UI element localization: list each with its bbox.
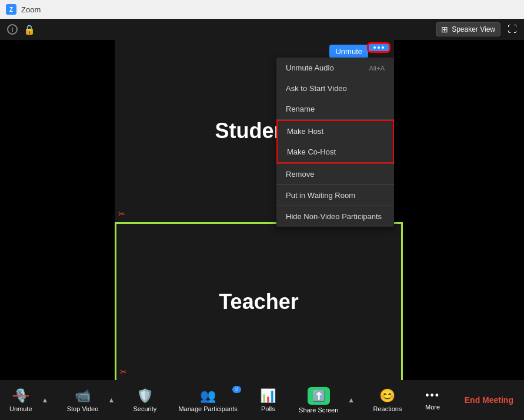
stop-video-button[interactable]: 📹 Stop Video xyxy=(61,385,105,416)
reactions-label: Reactions xyxy=(373,405,402,412)
more-button[interactable]: ••• More xyxy=(418,386,448,414)
share-screen-group: ⬆️ Share Screen ▲ xyxy=(293,384,357,417)
toolbar: 🎙️ Unmute ▲ 📹 Stop Video ▲ 🛡️ Security 👥… xyxy=(0,380,524,420)
teacher-label: Teacher xyxy=(219,290,298,314)
menu-make-host-label: Make Host xyxy=(287,127,323,136)
lock-icon: 🔒 xyxy=(24,24,35,35)
unmute-caret-button[interactable]: ▲ xyxy=(39,396,51,404)
security-button[interactable]: 🛡️ Security xyxy=(128,385,163,416)
left-panel xyxy=(0,40,115,382)
security-label: Security xyxy=(133,405,157,412)
reactions-icon: 😊 xyxy=(379,388,395,404)
dot3 xyxy=(382,46,384,49)
dot2 xyxy=(378,46,380,49)
fullscreen-icon[interactable]: ⛶ xyxy=(508,24,517,35)
top-bar-right: ⊞ Speaker View ⛶ xyxy=(436,22,517,36)
unmute-group: 🎙️ Unmute ▲ xyxy=(4,385,51,416)
manage-participants-button[interactable]: 👥 Manage Participants 2 xyxy=(172,385,243,416)
menu-put-waiting-room-label: Put in Waiting Room xyxy=(286,191,355,200)
teacher-tile: Teacher ✂ xyxy=(115,222,403,382)
menu-unmute-audio-shortcut: Alt+A xyxy=(369,65,385,72)
participants-icon: 👥 xyxy=(200,388,216,404)
stop-video-group: 📹 Stop Video ▲ xyxy=(61,385,118,416)
speaker-view-icon: ⊞ xyxy=(441,25,448,34)
menu-ask-start-video[interactable]: Ask to Start Video xyxy=(276,78,394,99)
participant-count-badge: 2 xyxy=(232,386,241,393)
more-icon: ••• xyxy=(425,389,440,402)
menu-remove-label: Remove xyxy=(286,170,314,179)
polls-button[interactable]: 📊 Polls xyxy=(253,385,283,416)
unmute-button[interactable]: Unmute xyxy=(329,45,368,58)
more-label: More xyxy=(425,404,440,411)
dot1 xyxy=(373,46,376,49)
menu-make-co-host-label: Make Co-Host xyxy=(287,147,336,156)
manage-participants-label: Manage Participants xyxy=(178,405,237,412)
menu-unmute-audio-label: Unmute Audio xyxy=(286,63,334,72)
main-area: Student Unmute ✂ Unmute Audio Alt+A Ask … xyxy=(0,40,524,420)
stop-video-caret-button[interactable]: ▲ xyxy=(105,396,117,404)
polls-label: Polls xyxy=(261,405,275,412)
teacher-mic-icon: ✂ xyxy=(120,367,127,377)
menu-rename[interactable]: Rename xyxy=(276,99,394,119)
unmute-caret-icon: ▲ xyxy=(42,396,49,404)
menu-rename-label: Rename xyxy=(286,105,315,113)
top-bar: i 🔒 ⊞ Speaker View ⛶ xyxy=(0,19,524,40)
info-icon[interactable]: i xyxy=(7,24,18,35)
stop-video-caret-icon: ▲ xyxy=(108,396,115,404)
menu-make-co-host[interactable]: Make Co-Host xyxy=(278,142,393,162)
end-meeting-button[interactable]: End Meeting xyxy=(458,392,520,408)
right-panel xyxy=(409,40,524,382)
speaker-view-button[interactable]: ⊞ Speaker View xyxy=(436,22,500,36)
menu-remove[interactable]: Remove xyxy=(276,164,394,184)
title-bar: Z Zoom xyxy=(0,0,524,19)
share-screen-caret-icon: ▲ xyxy=(348,396,355,404)
app-title: Zoom xyxy=(21,5,41,14)
app-icon: Z xyxy=(6,4,16,15)
student-tile: Student Unmute ✂ Unmute Audio Alt+A Ask … xyxy=(115,40,394,222)
menu-hide-non-video-label: Hide Non-Video Participants xyxy=(286,212,382,221)
share-screen-button[interactable]: ⬆️ Share Screen xyxy=(293,384,344,417)
speaker-view-label: Speaker View xyxy=(452,25,495,33)
student-mic-icon: ✂ xyxy=(118,209,125,219)
menu-make-host[interactable]: Make Host xyxy=(278,121,393,142)
menu-ask-start-video-label: Ask to Start Video xyxy=(286,84,347,93)
menu-put-waiting-room[interactable]: Put in Waiting Room xyxy=(276,185,394,206)
polls-icon: 📊 xyxy=(260,388,276,404)
context-menu: Unmute Audio Alt+A Ask to Start Video Re… xyxy=(276,58,394,227)
top-bar-left: i 🔒 xyxy=(7,24,35,35)
participant-more-button[interactable] xyxy=(367,42,391,53)
menu-unmute-audio[interactable]: Unmute Audio Alt+A xyxy=(276,58,394,78)
camera-icon: 📹 xyxy=(75,388,91,404)
stop-video-label: Stop Video xyxy=(67,405,99,412)
share-screen-label: Share Screen xyxy=(299,406,338,414)
security-icon: 🛡️ xyxy=(137,388,153,404)
menu-hide-non-video[interactable]: Hide Non-Video Participants xyxy=(276,206,394,227)
mic-icon: 🎙️ xyxy=(13,388,29,404)
reactions-button[interactable]: 😊 Reactions xyxy=(367,385,408,416)
unmute-label: Unmute xyxy=(9,405,32,412)
unmute-button[interactable]: 🎙️ Unmute xyxy=(4,385,38,416)
share-screen-icon: ⬆️ xyxy=(308,387,330,405)
share-screen-caret-button[interactable]: ▲ xyxy=(345,396,357,404)
